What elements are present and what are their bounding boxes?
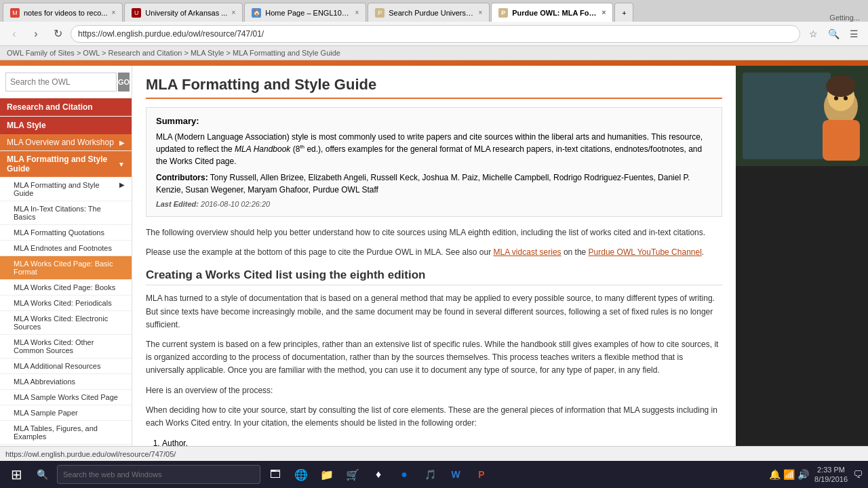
sidebar-item-mla-works-books[interactable]: MLA Works Cited Page: Books (0, 280, 132, 296)
contributors-line: Contributors: Tony Russell, Allen Brizee… (156, 171, 712, 196)
tab-close-mla[interactable]: × (601, 9, 606, 16)
page-title: MLA Formatting and Style Guide (146, 76, 722, 99)
sidebar-nav11-label: MLA Abbreviations (14, 378, 75, 386)
taskbar-clock: 2:33 PM 8/19/2016 (814, 465, 848, 485)
para4: The current system is based on a few pri… (146, 338, 722, 378)
tab-uark[interactable]: U University of Arkansas ... × (124, 3, 243, 22)
sidebar-nav5-label: MLA Works Cited Page: Basic Format (14, 260, 113, 276)
webcam-panel (736, 66, 868, 446)
last-edited-label: Last Edited: (156, 200, 199, 208)
svg-rect-4 (823, 120, 860, 161)
bookmark-button[interactable]: ☆ (804, 25, 822, 43)
search-button[interactable]: GO (118, 73, 130, 92)
taskbar-icons: 🔔 📶 🔊 (769, 469, 809, 480)
tab-close-purdue-search[interactable]: × (478, 9, 482, 16)
taskbar: ⊞ 🔍 🗔 🌐 📁 🛒 ♦ ● 🎵 W P 🔔 📶 🔊 2:33 PM 8/19… (0, 461, 868, 488)
sidebar-nav2-label: MLA In-Text Citations: The Basics (14, 205, 101, 221)
sidebar-item-research-citation[interactable]: Research and Citation (0, 98, 132, 116)
back-button[interactable]: ‹ (5, 25, 23, 43)
section1-title: Creating a Works Cited list using the ei… (146, 268, 722, 285)
sidebar-item-mla-works-basic[interactable]: MLA Works Cited Page: Basic Format (0, 256, 132, 280)
sidebar-item-mla-abbreviations[interactable]: MLA Abbreviations (0, 374, 132, 390)
sidebar-item-mla-style[interactable]: MLA Style (0, 117, 132, 134)
sidebar-item-mla-electronic[interactable]: MLA Works Cited: Electronic Sources (0, 311, 132, 335)
taskbar-notification[interactable]: 🗨 (853, 469, 863, 480)
sidebar-item-mla-other[interactable]: MLA Works Cited: Other Common Sources (0, 335, 132, 359)
tab-favicon-purdue-search: P (375, 8, 384, 18)
search-input[interactable] (5, 73, 117, 92)
sidebar-item-mla-sample-paper[interactable]: MLA Sample Paper (0, 405, 132, 421)
sidebar-nav13-label: MLA Sample Paper (14, 409, 78, 417)
sidebar-item-mla-additional[interactable]: MLA Additional Resources (0, 359, 132, 374)
sidebar-mla-formatting-label: MLA Formatting and Style Guide (7, 155, 118, 174)
tab-new[interactable]: + (614, 3, 633, 22)
para1: The following overview should help you b… (146, 226, 722, 239)
tab-close-uark[interactable]: × (231, 9, 235, 16)
breadcrumb: OWL Family of Sites > OWL > Research and… (0, 46, 868, 60)
sidebar-item-mla-formatting[interactable]: MLA Formatting and Style Guide ▼ (0, 151, 132, 178)
tab-close-gmail[interactable]: × (112, 9, 116, 16)
search-box-wrap: GO (0, 66, 132, 98)
sidebar-item-mla-overview[interactable]: MLA Overview and Workshop ▶ (0, 134, 132, 151)
taskbar-app-red[interactable]: ♦ (368, 464, 389, 485)
sidebar-item-mla-periodicals[interactable]: MLA Works Cited: Periodicals (0, 296, 132, 311)
new-tab-icon: + (622, 9, 626, 17)
tab-purdue-search[interactable]: P Search Purdue University... × (368, 3, 490, 22)
taskbar-store[interactable]: 🛒 (342, 464, 363, 485)
menu-button[interactable]: ☰ (845, 25, 863, 43)
forward-button[interactable]: › (27, 25, 45, 43)
chevron-down-icon: ▼ (118, 161, 125, 168)
taskbar-search-icon[interactable]: 🔍 (31, 464, 53, 485)
youtube-link[interactable]: Purdue OWL YouTube Channel (589, 247, 702, 257)
tab-label-mla: Purdue OWL: MLA Form... (512, 9, 597, 17)
breadcrumb-text: OWL Family of Sites > OWL > Research and… (7, 49, 340, 57)
tab-label-purdue-search: Search Purdue University... (389, 9, 474, 17)
arrow-right-icon: ▶ (119, 181, 125, 197)
para3: MLA has turned to a style of documentati… (146, 292, 722, 331)
taskbar-chrome[interactable]: 🎵 (419, 464, 441, 485)
start-button[interactable]: ⊞ (5, 464, 27, 485)
contributors-label: Contributors: (156, 173, 208, 182)
tab-homepage[interactable]: 🏠 Home Page – ENGL1013... × (244, 3, 366, 22)
tab-close-homepage[interactable]: × (355, 9, 359, 16)
sidebar-nav7-label: MLA Works Cited: Periodicals (14, 299, 112, 307)
status-bar: https://owl.english.purdue.edu/owl/resou… (0, 446, 868, 461)
para2: Please use the example at the bottom of … (146, 246, 722, 259)
contributors-text: Tony Russell, Allen Brizee, Elizabeth An… (156, 173, 690, 195)
tab-favicon-homepage: 🏠 (252, 8, 261, 18)
taskbar-search-input[interactable] (57, 465, 260, 484)
tab-favicon-mla: P (498, 8, 508, 18)
taskbar-word[interactable]: W (445, 464, 467, 485)
sidebar-item-mla-tables[interactable]: MLA Tables, Figures, and Examples (0, 421, 132, 445)
status-url: https://owl.english.purdue.edu/owl/resou… (5, 450, 176, 458)
sidebar-nav8-label: MLA Works Cited: Electronic Sources (14, 314, 108, 331)
sidebar-item-mla-quotations[interactable]: MLA Formatting Quotations (0, 225, 132, 241)
taskbar-ie[interactable]: 🌐 (290, 464, 312, 485)
sidebar-mla-overview-label: MLA Overview and Workshop (7, 138, 114, 147)
tab-gmail[interactable]: M notes for videos to reco... × (3, 3, 123, 22)
owl-content: GO Research and Citation MLA Style MLA O… (0, 66, 868, 446)
taskbar-taskswitcher[interactable]: 🗔 (264, 464, 286, 485)
page-area: OWL Family of Sites > OWL > Research and… (0, 46, 868, 461)
toolbar-icons: ☆ 🔍 ☰ (804, 25, 863, 43)
reload-button[interactable]: ↻ (49, 25, 66, 43)
taskbar-right: 🔔 📶 🔊 2:33 PM 8/19/2016 🗨 (769, 465, 863, 485)
tab-mla[interactable]: P Purdue OWL: MLA Form... × (491, 3, 613, 22)
sidebar-nav6-label: MLA Works Cited Page: Books (14, 283, 115, 291)
taskbar-ppt[interactable]: P (471, 464, 492, 485)
sidebar-nav9-label: MLA Works Cited: Other Common Sources (14, 338, 94, 354)
sidebar-nav12-label: MLA Sample Works Cited Page (14, 393, 118, 401)
taskbar-explorer[interactable]: 📁 (316, 464, 338, 485)
vidcast-link[interactable]: MLA vidcast series (494, 247, 561, 257)
zoom-button[interactable]: 🔍 (825, 25, 842, 43)
sidebar-nav14-label: MLA Tables, Figures, and Examples (14, 424, 98, 441)
taskbar-app-blue[interactable]: ● (393, 464, 415, 485)
sidebar-item-mla-intext[interactable]: MLA In-Text Citations: The Basics (0, 201, 132, 225)
numbered-list: Author. Title of source. (146, 436, 722, 446)
tab-favicon-gmail: M (10, 8, 20, 18)
sidebar-item-mla-formatting-guide[interactable]: MLA Formatting and Style Guide ▶ (0, 178, 132, 201)
sidebar-item-mla-endnotes[interactable]: MLA Endnotes and Footnotes (0, 241, 132, 256)
sidebar-item-mla-sample-works[interactable]: MLA Sample Works Cited Page (0, 390, 132, 405)
sidebar-nav3-label: MLA Formatting Quotations (14, 228, 104, 237)
address-bar[interactable] (71, 25, 800, 43)
